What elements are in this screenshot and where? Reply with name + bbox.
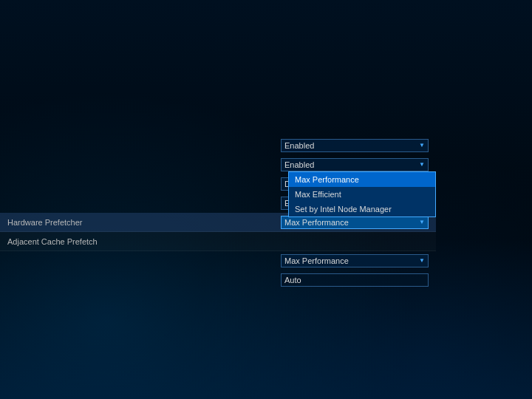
dropdown-arrow-icon: ▼ (419, 142, 425, 149)
dropdown-option-max-eff[interactable]: Max Efficient (289, 187, 435, 202)
intel-vt-dropdown[interactable]: Enabled ▼ (281, 158, 429, 171)
dropdown-option-max-perf[interactable]: Max Performance (289, 172, 435, 187)
dropdown-arrow-icon: ▼ (419, 219, 425, 225)
adjacent-cache-row: Adjacent Cache Prefetch (0, 232, 436, 251)
adjacent-cache-label: Adjacent Cache Prefetch (7, 237, 281, 246)
dropdown-option-intel-node[interactable]: Set by Intel Node Manager (289, 202, 435, 216)
dropdown-arrow-icon: ▼ (419, 257, 425, 264)
adjacent-cache-spacer (281, 233, 429, 250)
boot-perf-dropdown[interactable]: Max Performance ▼ (281, 254, 429, 267)
hyper-threading-dropdown[interactable]: Enabled ▼ (281, 139, 429, 152)
dropdown-arrow-icon: ▼ (419, 161, 425, 168)
hw-prefetcher-dropdown[interactable]: Max Performance ▼ (281, 216, 429, 229)
max-cpu-temp-dropdown[interactable]: Auto (281, 273, 429, 287)
dropdown-popup: Max Performance Max Efficient Set by Int… (288, 171, 436, 217)
hw-prefetcher-label: Hardware Prefetcher (7, 218, 281, 227)
